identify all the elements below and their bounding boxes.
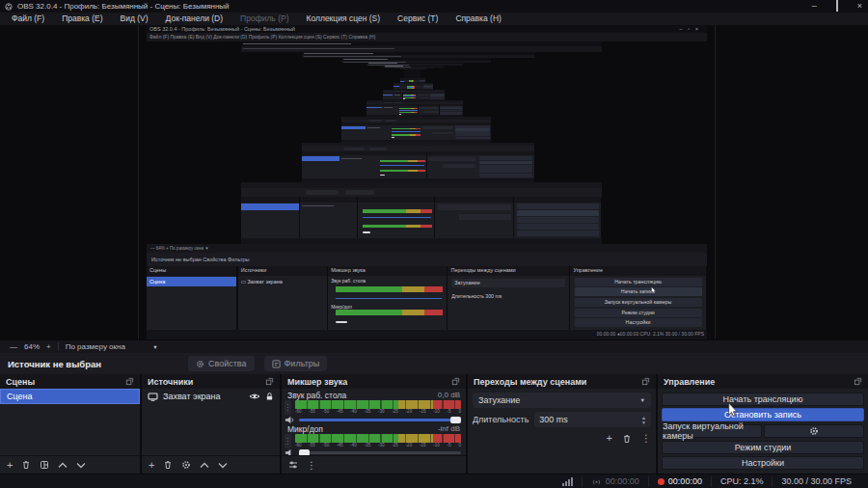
volume-meter <box>295 400 461 409</box>
mixer-menu-kebab-icon[interactable]: ⋮ <box>307 460 316 471</box>
zoom-in-button[interactable]: + <box>46 342 51 351</box>
transition-value: Затухание <box>478 395 520 405</box>
move-source-up-icon[interactable] <box>200 462 209 469</box>
mini-meter <box>336 310 444 315</box>
controls-header[interactable]: Управление <box>658 374 868 389</box>
volume-knob[interactable] <box>299 449 310 455</box>
volume-knob[interactable] <box>450 417 461 423</box>
mini-obs-window <box>366 63 463 117</box>
menu-item-6[interactable]: Сервис (T) <box>389 13 447 25</box>
remove-transition-trash-icon[interactable] <box>622 434 632 444</box>
mini-dock-header: Микшер звука <box>328 266 447 276</box>
dock-popout-icon[interactable] <box>265 377 274 386</box>
minimize-button[interactable]: – <box>812 0 817 13</box>
add-source-button[interactable]: + <box>149 460 154 471</box>
scenes-header[interactable]: Сцены <box>0 374 140 389</box>
volume-slider[interactable] <box>299 419 461 421</box>
mini-preview <box>366 63 463 117</box>
mini-pill <box>385 120 396 122</box>
virtual-camera-settings-button[interactable] <box>764 424 864 439</box>
eye-visibility-icon[interactable] <box>249 393 260 400</box>
close-button[interactable]: × <box>857 0 862 13</box>
transition-menu-kebab-icon[interactable]: ⋮ <box>641 433 651 444</box>
stop-recording-button[interactable]: Остановить запись <box>662 408 864 421</box>
maximize-button[interactable] <box>836 0 838 13</box>
mini-control-button <box>517 203 599 209</box>
speaker-icon[interactable] <box>285 416 295 424</box>
chevron-down-icon: ▼ <box>640 397 645 403</box>
mini-spinbox <box>459 214 510 220</box>
source-properties-gear-icon[interactable] <box>181 460 191 470</box>
sources-panel: Источники Захват экрана + <box>142 374 280 474</box>
studio-mode-button[interactable]: Режим студии <box>662 441 864 454</box>
channel-grip[interactable] <box>285 434 291 448</box>
dock-popout-icon[interactable] <box>641 377 650 386</box>
dock-popout-icon[interactable] <box>854 377 862 386</box>
scene-filters-icon[interactable] <box>40 460 49 470</box>
channel-grip[interactable] <box>285 400 291 415</box>
move-source-down-icon[interactable] <box>218 462 228 469</box>
mini-duration-row <box>419 111 438 113</box>
fit-mode-dropdown[interactable]: По размеру окна ▼ <box>66 342 158 351</box>
dock-popout-icon[interactable] <box>125 377 134 386</box>
mini-dock-2 <box>358 197 434 238</box>
speaker-icon[interactable] <box>285 448 295 455</box>
broadcast-icon <box>591 477 602 486</box>
menu-item-0[interactable]: Файл (F) <box>3 13 53 25</box>
mini-source-row: ▭ Захват экрана <box>238 277 327 286</box>
mini-source-row <box>382 107 397 109</box>
menu-item-4[interactable]: Профиль (P) <box>231 13 297 25</box>
mini-volume-slider <box>380 175 385 176</box>
menu-item-2[interactable]: Вид (V) <box>112 13 157 25</box>
remove-source-trash-icon[interactable] <box>163 460 173 470</box>
menu-item-7[interactable]: Справка (H) <box>447 13 510 25</box>
volume-slider[interactable] <box>299 451 461 454</box>
move-scene-down-icon[interactable] <box>76 462 86 469</box>
source-item[interactable]: Захват экрана <box>142 389 280 404</box>
obs-logo-icon <box>5 3 13 11</box>
remove-scene-trash-icon[interactable] <box>21 460 31 470</box>
advanced-audio-icon[interactable] <box>288 460 298 470</box>
lock-icon[interactable] <box>265 392 274 401</box>
filters-button[interactable]: Фильтры <box>264 356 328 371</box>
mini-dock-header <box>383 93 393 94</box>
start-virtual-camera-button[interactable]: Запуск виртуальной камеры <box>662 424 762 439</box>
mini-scene-row <box>341 126 366 129</box>
preview-right-splitter[interactable] <box>715 25 716 339</box>
mini-control-button: Начать запись <box>575 287 702 296</box>
settings-button[interactable]: Настройки <box>662 456 864 470</box>
add-scene-button[interactable]: + <box>7 460 13 471</box>
menu-bar: Файл (F)Правка (E)Вид (V)Док-панели (D)П… <box>0 13 868 25</box>
scene-item-selected[interactable]: Сцена <box>0 389 140 404</box>
transitions-header[interactable]: Переходы между сценами <box>468 374 656 389</box>
channel-db: 0,0 dB <box>438 391 460 400</box>
mini-dock-3: Переходы между сценамиЗатуханиеДлительно… <box>448 266 569 330</box>
move-scene-up-icon[interactable] <box>58 462 68 469</box>
duration-spinbox[interactable]: 300 ms ▲▼ <box>534 412 651 427</box>
mini-control-button <box>440 110 462 112</box>
mini-dock-header <box>415 85 423 86</box>
source-toolbar: Источник не выбран Свойства Фильтры <box>0 353 868 374</box>
start-streaming-button[interactable]: Начать трансляцию <box>662 393 864 406</box>
menu-item-3[interactable]: Док-панели (D) <box>157 13 231 25</box>
sources-header[interactable]: Источники <box>142 374 280 389</box>
preview-canvas[interactable]: OBS 32.0.4 - Профиль: Безымянный - Сцены… <box>147 25 707 339</box>
menu-item-1[interactable]: Правка (E) <box>53 13 111 25</box>
mini-preview <box>341 58 491 142</box>
transition-dropdown[interactable]: Затухание ▼ <box>473 393 651 408</box>
mixer-header[interactable]: Микшер звука <box>282 374 466 389</box>
mini-control-button <box>479 165 532 169</box>
mini-dock-1 <box>339 151 376 178</box>
spinner-arrows[interactable]: ▲▼ <box>641 416 646 424</box>
gear-icon <box>809 426 819 436</box>
filters-label: Фильтры <box>285 359 320 368</box>
properties-button[interactable]: Свойства <box>188 356 255 371</box>
mini-dock-2 <box>390 122 421 140</box>
add-transition-button[interactable]: + <box>607 433 612 444</box>
zoom-out-button[interactable]: — <box>10 342 17 351</box>
menu-item-5[interactable]: Коллекция сцен (S) <box>297 13 389 25</box>
filters-icon <box>272 360 281 368</box>
mini-meter <box>399 112 418 114</box>
preview-left-splitter[interactable] <box>138 25 139 339</box>
dock-popout-icon[interactable] <box>451 377 460 386</box>
